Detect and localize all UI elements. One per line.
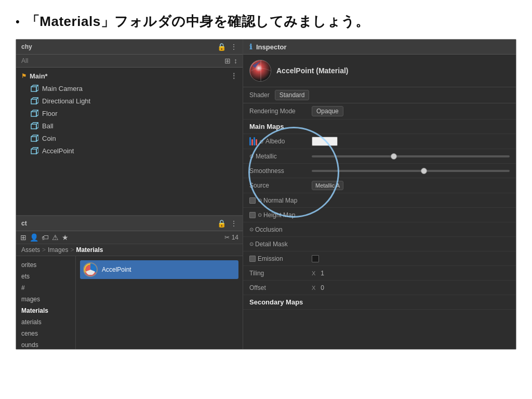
offset-x-label: X	[312, 285, 315, 291]
height-map-circle-icon: ⊙	[258, 212, 262, 218]
svg-rect-2	[31, 112, 36, 116]
file-label-accelpoint: AccelPoint	[102, 266, 131, 273]
sidebar-materials-bold[interactable]: Materials	[16, 305, 75, 316]
breadcrumb-sep2: >	[70, 246, 74, 254]
secondary-maps-label: Secondary Maps	[249, 298, 510, 306]
project-files: AccelPoint	[76, 256, 243, 350]
tiling-value: X 1	[312, 270, 510, 277]
warning-icon[interactable]: ⚠	[52, 233, 59, 242]
sidebar-hash[interactable]: #	[16, 282, 75, 294]
normal-map-checkbox[interactable]	[249, 197, 256, 204]
star-icon[interactable]: ★	[62, 233, 69, 242]
people-icon[interactable]: 👤	[30, 233, 38, 242]
page-title: 「Materials」フォルダの中身を確認してみましょう。	[26, 12, 369, 31]
project-toolbar: ⊞ 👤 🏷 ⚠ ★ ✂ 14	[16, 231, 243, 244]
smoothness-slider[interactable]	[312, 170, 510, 172]
sidebar-assets[interactable]: ets	[16, 271, 75, 282]
cube-icon-ball	[30, 121, 39, 130]
shader-row: Shader Standard	[243, 87, 516, 103]
more-icon[interactable]: ⋮	[230, 43, 237, 51]
prop-tiling: Tiling X 1	[243, 266, 516, 281]
breadcrumb-materials[interactable]: Materials	[76, 246, 103, 254]
tiling-label: Tiling	[249, 270, 312, 277]
cube-icon-floor	[30, 109, 39, 118]
project-header: ct 🔒 ⋮	[16, 216, 243, 231]
hierarchy-search-bar: All ⊞ ↕	[16, 55, 243, 68]
source-dropdown[interactable]: Metallic A	[312, 181, 343, 190]
prop-emission: Emission	[243, 251, 516, 266]
search-bar-icons: ⊞ ↕	[224, 57, 237, 65]
hier-item-main-camera[interactable]: Main Camera	[16, 82, 243, 95]
breadcrumb-images[interactable]: Images	[48, 246, 68, 254]
prop-main-maps: Main Maps	[243, 119, 516, 134]
lock-icon[interactable]: 🔒	[217, 43, 226, 51]
height-map-checkbox[interactable]	[249, 212, 256, 218]
screenshot-wrapper: chy 🔒 ⋮ All ⊞ ↕ Main* ⋮	[16, 39, 516, 350]
inspector-body: Rendering Mode Opaque Main Maps ⊙	[243, 103, 516, 349]
project-section: ct 🔒 ⋮ ⊞ 👤 🏷 ⚠ ★ ✂ 14 Assets >	[16, 216, 243, 350]
project-lock-icon[interactable]: 🔒	[217, 219, 226, 228]
info-icon: ℹ	[249, 43, 252, 51]
detail-mask-label: ⊙ Detail Mask	[249, 241, 312, 248]
svg-rect-5	[31, 149, 36, 154]
material-icon-accelpoint	[83, 262, 98, 277]
metallic-value	[312, 155, 510, 157]
scissors-icon: ✂	[224, 234, 230, 241]
hier-item-floor[interactable]: Floor	[16, 107, 243, 119]
smoothness-value	[312, 170, 510, 172]
breadcrumb-assets[interactable]: Assets	[21, 246, 40, 254]
scene-item[interactable]: Main* ⋮	[16, 70, 243, 82]
tag-icon[interactable]: 🏷	[42, 233, 49, 242]
sidebar-sounds[interactable]: ounds	[16, 339, 75, 350]
height-map-label: ⊙ Height Map	[249, 211, 312, 219]
material-name: AccelPoint (Material)	[276, 66, 348, 75]
hier-label-directional-light: Directional Light	[42, 97, 90, 105]
material-header: AccelPoint (Material)	[243, 55, 516, 87]
project-content: orites ets # mages Materials aterials ce…	[16, 256, 243, 350]
normal-map-circle-icon: ⊙	[258, 197, 262, 203]
hier-item-directional-light[interactable]: Directional Light	[16, 95, 243, 107]
occlusion-circle-icon: ⊙	[249, 227, 254, 232]
material-sphere	[249, 60, 271, 82]
emission-color-swatch[interactable]	[312, 255, 319, 262]
filter-icon[interactable]: ⊞	[224, 57, 231, 65]
back-icon[interactable]: ⊞	[20, 233, 26, 242]
shader-label: Shader	[249, 91, 270, 99]
hier-label-ball: Ball	[42, 122, 54, 130]
sidebar-images[interactable]: mages	[16, 294, 75, 305]
metallic-slider[interactable]	[312, 155, 510, 157]
normal-map-label: ⊙ Normal Map	[249, 197, 312, 204]
prop-smoothness: Smoothness	[243, 164, 516, 178]
svg-rect-1	[31, 99, 36, 104]
file-item-accelpoint[interactable]: AccelPoint	[80, 260, 238, 279]
breadcrumb-sep1: >	[42, 246, 46, 254]
prop-normal-map: ⊙ Normal Map	[243, 193, 516, 208]
emission-checkbox[interactable]	[249, 256, 256, 262]
metallic-circle-icon: ⊙	[249, 153, 254, 159]
breadcrumb: Assets > Images > Materials	[16, 244, 243, 256]
cube-icon-main-camera	[30, 84, 39, 93]
hier-label-accelpoint: AccelPoint	[42, 147, 74, 155]
sort-icon[interactable]: ↕	[234, 57, 237, 65]
hier-item-ball[interactable]: Ball	[16, 119, 243, 132]
occlusion-label: ⊙ Occlusion	[249, 226, 312, 233]
prop-occlusion: ⊙ Occlusion	[243, 222, 516, 237]
shader-value[interactable]: Standard	[275, 90, 310, 100]
albedo-color-swatch[interactable]	[312, 137, 338, 146]
hierarchy-section: chy 🔒 ⋮ All ⊞ ↕ Main* ⋮	[16, 39, 243, 216]
sidebar-favorites[interactable]: orites	[16, 259, 75, 271]
sidebar-scenes[interactable]: cenes	[16, 328, 75, 339]
cube-icon-coin	[30, 134, 39, 143]
hier-label-floor: Floor	[42, 110, 58, 117]
sidebar-materials[interactable]: aterials	[16, 316, 75, 328]
hier-label-main-camera: Main Camera	[42, 85, 83, 92]
scene-menu-icon[interactable]: ⋮	[230, 72, 237, 80]
hier-item-accelpoint[interactable]: AccelPoint	[16, 144, 243, 157]
hierarchy-header-icons: 🔒 ⋮	[217, 43, 237, 51]
hier-item-coin[interactable]: Coin	[16, 132, 243, 144]
prop-secondary-maps: Secondary Maps	[243, 295, 516, 310]
project-more-icon[interactable]: ⋮	[230, 219, 237, 228]
rendering-mode-dropdown[interactable]: Opaque	[312, 106, 343, 116]
svg-rect-3	[31, 124, 36, 129]
albedo-icon	[249, 137, 257, 145]
